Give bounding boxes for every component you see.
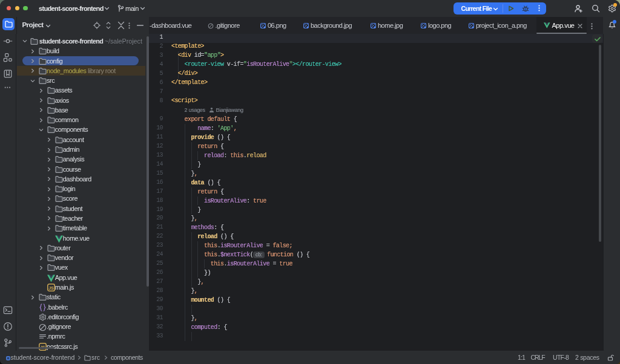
svg-text:JS: JS	[48, 286, 54, 291]
